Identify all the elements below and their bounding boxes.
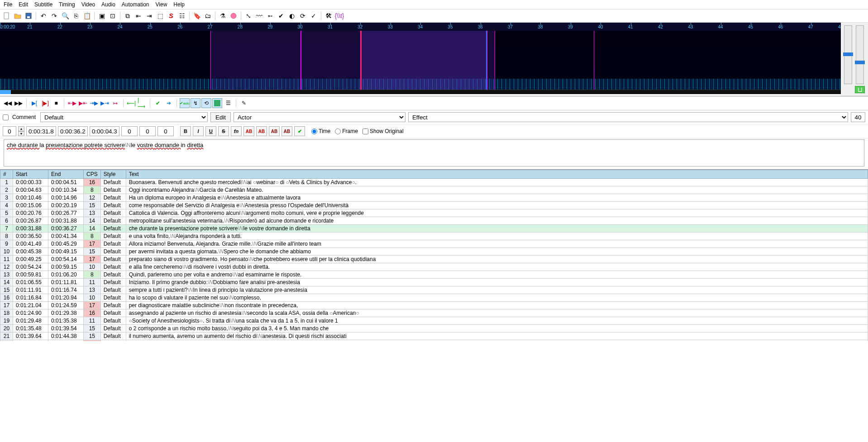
show-original-checkbox[interactable]: Show Original <box>362 128 404 134</box>
grid-col-cps[interactable]: CPS <box>84 170 101 179</box>
audio-scrollbar[interactable] <box>0 90 841 94</box>
margin-v-field[interactable] <box>157 126 174 136</box>
paste-icon[interactable]: 📋 <box>82 11 92 21</box>
snap-end-icon[interactable]: ⇥ <box>144 11 154 21</box>
start-time-field[interactable] <box>26 126 56 136</box>
snap-start-icon[interactable]: ⇤ <box>134 11 143 21</box>
auto-next-toggle[interactable]: ↯ <box>191 98 200 108</box>
auto-scroll-toggle[interactable]: ⟲ <box>201 98 211 108</box>
audio-spectrogram[interactable] <box>0 31 841 90</box>
shift-icon[interactable]: ⤡ <box>243 11 253 21</box>
shift-times-icon[interactable]: ⧉ <box>123 11 133 21</box>
grid-col-start[interactable]: Start <box>13 170 48 179</box>
play-sel-icon[interactable]: ▶[ <box>29 98 39 108</box>
table-row[interactable]: 200:01:35.480:01:39.5415Defaulto 2 corri… <box>0 325 868 333</box>
kanji-timer-icon[interactable]: ➵ <box>265 11 275 21</box>
prev-line-icon[interactable]: ◀◀ <box>3 98 13 108</box>
undo-icon[interactable]: ↶ <box>38 11 48 21</box>
style-select[interactable]: Default <box>40 112 208 122</box>
italic-button[interactable]: I <box>193 126 204 136</box>
table-row[interactable]: 30:00:10.460:00:14.9612DefaultHa un dipl… <box>0 194 868 202</box>
underline-button[interactable]: U <box>205 126 216 136</box>
next-line-icon[interactable]: ▶▶ <box>14 98 24 108</box>
grid-col-end[interactable]: End <box>48 170 84 179</box>
table-row[interactable]: 150:01:11.910:01:16.7413Defaultsempre a … <box>0 286 868 294</box>
select-visible-icon[interactable]: ⬚ <box>155 11 165 21</box>
play-before-end-icon[interactable]: ⇥▶ <box>89 98 99 108</box>
margin-r-field[interactable] <box>139 126 156 136</box>
cycle-tag-icon[interactable]: {\\t} <box>334 11 344 21</box>
redo-icon[interactable]: ↷ <box>49 11 59 21</box>
edit-style-button[interactable]: Edit <box>210 112 231 122</box>
stop-icon[interactable]: ■ <box>51 98 61 108</box>
menu-automation[interactable]: Automation <box>122 1 149 8</box>
attachment-icon[interactable]: 🔖 <box>192 11 202 21</box>
play-line-icon[interactable]: [▶] <box>40 98 50 108</box>
assdraw-icon[interactable] <box>229 11 238 21</box>
table-row[interactable]: 160:01:16.840:01:20.9410Defaultha lo sco… <box>0 294 868 302</box>
resample-icon[interactable]: ⟳ <box>298 11 308 21</box>
settings-icon[interactable]: 🛠 <box>324 11 334 21</box>
margin-l-field[interactable] <box>121 126 138 136</box>
spell-check-icon[interactable]: ✔ <box>276 11 286 21</box>
font-collector-icon[interactable]: 🗂 <box>203 11 213 21</box>
lead-out-icon[interactable]: |⟶ <box>137 98 147 108</box>
table-row[interactable]: 40:00:15.060:00:20.1915Defaultcome respo… <box>0 202 868 209</box>
properties-icon[interactable]: ☷ <box>177 11 187 21</box>
video-jump-icon[interactable]: ▣ <box>97 11 107 21</box>
time-mode-radio[interactable]: Time <box>311 128 330 134</box>
table-row[interactable]: 170:01:21.040:01:24.5917Defaultper diagn… <box>0 302 868 309</box>
grid-col-text[interactable]: Text <box>126 170 868 179</box>
font-button[interactable]: fn <box>231 126 242 136</box>
audio-commit-button[interactable]: ⊔ <box>855 86 865 93</box>
end-time-field[interactable] <box>58 126 88 136</box>
table-row[interactable]: 180:01:24.900:01:29.3816Defaultassegnand… <box>0 309 868 317</box>
subtitle-grid[interactable]: #StartEndCPSStyleText 10:00:00.330:00:04… <box>0 169 868 341</box>
new-file-icon[interactable] <box>2 11 12 21</box>
grid-col-#[interactable]: # <box>0 170 13 179</box>
table-row[interactable]: 190:01:29.480:01:35.3811Default○Society … <box>0 317 868 325</box>
style-assistant-icon[interactable]: ✓ <box>309 11 319 21</box>
lead-in-icon[interactable]: ⟵| <box>126 98 136 108</box>
menu-edit[interactable]: Edit <box>19 1 28 8</box>
menu-video[interactable]: Video <box>81 1 95 8</box>
spectrum-toggle[interactable] <box>212 98 222 108</box>
automation-icon[interactable]: ⚗ <box>218 11 228 21</box>
table-row[interactable]: 90:00:41.490:00:45.2917DefaultAllora ini… <box>0 240 868 248</box>
menu-help[interactable]: Help <box>173 1 185 8</box>
menu-subtitle[interactable]: Subtitle <box>34 1 52 8</box>
medusa-toggle[interactable]: ☰ <box>223 98 233 108</box>
table-row[interactable]: 20:00:04.630:00:10.348DefaultOggi incont… <box>0 186 868 194</box>
menu-audio[interactable]: Audio <box>101 1 115 8</box>
layer-up[interactable]: ▲ <box>18 126 24 131</box>
auto-commit-toggle[interactable]: ✔auto <box>180 98 190 108</box>
menu-view[interactable]: View <box>156 1 167 8</box>
play-after-end-icon[interactable]: ▶⇥ <box>100 98 110 108</box>
comment-checkbox[interactable] <box>3 114 9 120</box>
zoom-slider[interactable] <box>844 25 852 84</box>
volume-slider[interactable] <box>856 25 864 84</box>
goto-icon[interactable]: ➔ <box>164 98 174 108</box>
table-row[interactable]: 220:01:44.480:01:48.4016Defaultall'anest… <box>0 340 868 342</box>
table-row[interactable]: 210:01:39.640:01:44.3815Defaultil numero… <box>0 333 868 340</box>
table-row[interactable]: 10:00:00.330:00:04.5116DefaultBuonasera.… <box>0 179 868 186</box>
grid-col-style[interactable]: Style <box>100 170 126 179</box>
table-row[interactable]: 80:00:36.500:00:41.348Defaulte una volta… <box>0 233 868 240</box>
play-to-end-icon[interactable]: ↦ <box>110 98 120 108</box>
subtitle-text-input[interactable]: che durante la presentazione potrete scr… <box>4 139 864 166</box>
layer-field[interactable] <box>3 126 16 136</box>
karaoke-toggle[interactable]: ✎ <box>239 98 249 108</box>
strike-button[interactable]: S <box>218 126 229 136</box>
table-row[interactable]: 70:00:31.880:00:36.2714Defaultche durant… <box>0 225 868 233</box>
translation-icon[interactable]: ◐ <box>287 11 297 21</box>
color3-button[interactable]: AB <box>269 126 280 136</box>
table-row[interactable]: 60:00:26.870:00:31.8814Defaultmetropolit… <box>0 217 868 225</box>
save-file-icon[interactable] <box>24 11 33 21</box>
menu-file[interactable]: File <box>4 1 12 8</box>
table-row[interactable]: 100:00:45.380:00:49.1515Defaultper averm… <box>0 248 868 256</box>
play-before-start-icon[interactable]: ⇤▶ <box>67 98 77 108</box>
copy-icon[interactable]: ⎘ <box>71 11 81 21</box>
commit-icon[interactable]: ✔ <box>153 98 163 108</box>
table-row[interactable]: 50:00:20.760:00:26.7713DefaultCattolica … <box>0 209 868 217</box>
color2-button[interactable]: AB <box>256 126 267 136</box>
